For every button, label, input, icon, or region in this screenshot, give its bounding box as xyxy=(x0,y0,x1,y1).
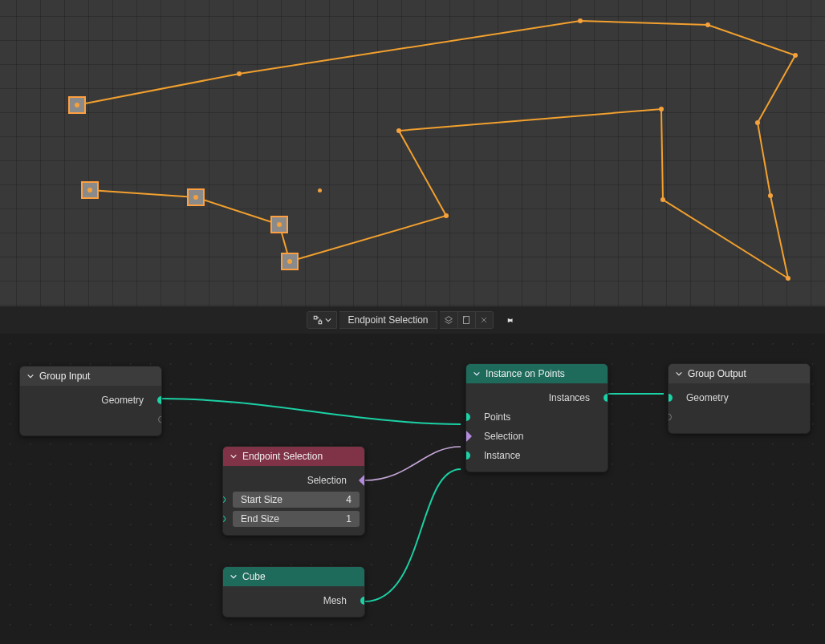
cursor-3d xyxy=(318,188,322,192)
svg-rect-1 xyxy=(319,321,323,324)
fake-user-icon[interactable] xyxy=(440,312,457,328)
chevron-down-icon xyxy=(230,573,238,581)
socket-geometry-out[interactable] xyxy=(157,396,162,404)
socket-points-in[interactable] xyxy=(465,413,470,421)
spline-point xyxy=(287,259,292,264)
node-header[interactable]: Endpoint Selection xyxy=(223,447,364,466)
socket-instances-out[interactable] xyxy=(604,394,608,402)
start-size-field[interactable]: Start Size 4 xyxy=(233,492,360,508)
spline-point xyxy=(793,53,798,58)
unlink-icon[interactable] xyxy=(475,312,493,328)
node-instance-on-points[interactable]: Instance on Points Instances Points Sele… xyxy=(465,363,608,472)
socket-instance-in[interactable] xyxy=(465,452,470,460)
socket-label: Geometry xyxy=(101,395,144,406)
spline-point xyxy=(396,128,401,133)
socket-label: Instances xyxy=(549,392,590,403)
socket-selection-in[interactable] xyxy=(465,431,472,442)
socket-mesh-out[interactable] xyxy=(360,597,365,605)
node-editor-area[interactable]: Group Input Geometry Instance on Points … xyxy=(0,334,825,644)
node-title: Endpoint Selection xyxy=(242,451,323,462)
spline-point xyxy=(578,18,583,23)
node-title: Instance on Points xyxy=(486,368,565,379)
spline-point xyxy=(193,195,198,200)
chevron-down-icon xyxy=(26,372,35,380)
chevron-down-icon xyxy=(675,370,683,378)
spline-point xyxy=(786,276,790,281)
param-value: 4 xyxy=(346,494,352,505)
spline-point xyxy=(659,107,664,111)
socket-end-size-in[interactable] xyxy=(222,514,227,523)
socket-virtual-in[interactable] xyxy=(668,414,672,421)
socket-geometry-in[interactable] xyxy=(668,394,673,402)
spline-point xyxy=(755,120,760,125)
socket-virtual-out[interactable] xyxy=(158,416,162,423)
spline-point xyxy=(660,197,665,202)
node-group-output[interactable]: Group Output Geometry xyxy=(668,363,811,434)
chevron-down-icon xyxy=(230,452,238,460)
socket-label: Selection xyxy=(307,475,347,486)
socket-start-size-in[interactable] xyxy=(222,495,227,504)
node-title: Group Output xyxy=(688,368,746,379)
param-label: Start Size xyxy=(241,494,282,505)
spline-curve xyxy=(0,0,825,306)
pin-icon[interactable] xyxy=(499,311,518,329)
param-label: End Size xyxy=(241,513,279,525)
socket-label: Geometry xyxy=(686,392,729,403)
socket-label: Mesh xyxy=(323,595,347,606)
viewport-3d[interactable] xyxy=(0,0,825,306)
node-endpoint-selection[interactable]: Endpoint Selection Selection Start Size … xyxy=(222,446,365,536)
spline-point xyxy=(444,213,449,218)
chevron-down-icon xyxy=(473,370,481,378)
node-tree-name[interactable]: Endpoint Selection xyxy=(339,311,437,329)
node-header[interactable]: Cube xyxy=(223,567,364,586)
new-nodetree-icon[interactable] xyxy=(457,312,475,328)
node-header[interactable]: Group Input xyxy=(20,367,161,386)
socket-label: Selection xyxy=(484,431,523,442)
node-title: Cube xyxy=(242,571,266,582)
spline-point xyxy=(277,222,282,227)
node-group-input[interactable]: Group Input Geometry xyxy=(19,366,162,436)
node-title: Group Input xyxy=(39,371,90,382)
svg-rect-0 xyxy=(315,316,318,319)
spline-point xyxy=(87,188,92,192)
spline-point xyxy=(768,193,773,198)
spline-point xyxy=(237,71,242,76)
socket-label: Points xyxy=(484,411,510,423)
end-size-field[interactable]: End Size 1 xyxy=(233,511,360,527)
spline-point xyxy=(705,22,710,27)
node-header[interactable]: Instance on Points xyxy=(466,364,608,383)
node-editor-header: Endpoint Selection xyxy=(0,306,825,334)
node-cube[interactable]: Cube Mesh xyxy=(222,566,365,618)
node-tree-dropdown-icon[interactable] xyxy=(307,311,337,329)
node-header[interactable]: Group Output xyxy=(669,364,810,383)
socket-label: Instance xyxy=(484,450,520,461)
spline-point xyxy=(75,103,79,107)
socket-selection-out[interactable] xyxy=(359,475,365,486)
param-value: 1 xyxy=(346,513,352,525)
